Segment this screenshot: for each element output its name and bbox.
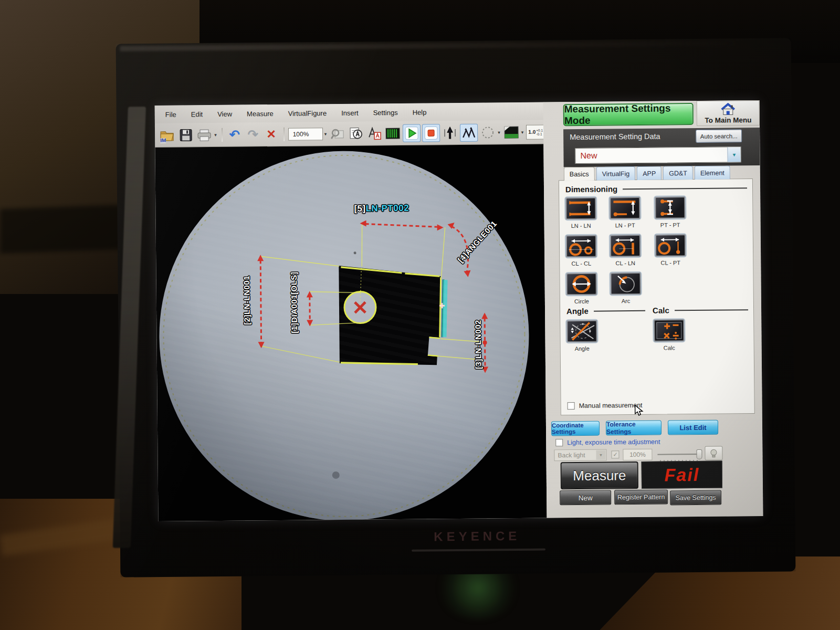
new-button[interactable]: New bbox=[560, 490, 611, 505]
tool-arc[interactable] bbox=[609, 271, 642, 296]
tool-circle[interactable] bbox=[565, 272, 597, 297]
tool-cl-cl[interactable] bbox=[565, 234, 597, 259]
tool-label: LN - LN bbox=[560, 223, 602, 229]
annotation-settings-icon[interactable] bbox=[348, 125, 364, 142]
tool-label: CL - CL bbox=[560, 260, 602, 267]
bulb-icon bbox=[709, 448, 718, 458]
tool-pt-pt[interactable] bbox=[654, 195, 686, 220]
zoom-level-combobox[interactable]: 100% bbox=[288, 128, 323, 141]
font-settings-icon[interactable] bbox=[366, 125, 383, 142]
tab-app[interactable]: APP bbox=[637, 166, 662, 180]
cl-cl-icon bbox=[566, 236, 596, 257]
menu-measure[interactable]: Measure bbox=[239, 107, 281, 120]
bezel-left-edge bbox=[113, 107, 146, 548]
cl-ln-icon bbox=[611, 235, 640, 256]
menu-insert[interactable]: Insert bbox=[334, 107, 366, 119]
light-intensity-slider[interactable] bbox=[657, 454, 701, 455]
menu-settings[interactable]: Settings bbox=[366, 106, 405, 119]
measurement-data-strip: Measurement Setting Data Auto search... … bbox=[563, 128, 760, 167]
bezel-top-edge bbox=[120, 40, 740, 51]
to-main-menu-button[interactable]: To Main Menu bbox=[697, 100, 760, 126]
circle-icon bbox=[566, 274, 596, 295]
light-source-dropdown[interactable]: Back light ▾ bbox=[554, 449, 606, 461]
open-folder-icon[interactable]: IM bbox=[159, 127, 176, 143]
basics-groupbox: Dimensioning bbox=[559, 178, 755, 415]
manual-measurement-row: Manual measurement bbox=[568, 402, 643, 410]
angle-header: Angle bbox=[566, 306, 645, 316]
tool-label: Arc bbox=[605, 298, 647, 304]
tab-virtualfig[interactable]: VirtualFig bbox=[596, 166, 635, 181]
menu-view[interactable]: View bbox=[210, 108, 239, 120]
manual-measurement-checkbox[interactable] bbox=[568, 402, 575, 410]
menu-help[interactable]: Help bbox=[405, 106, 434, 118]
tool-label: CL - PT bbox=[649, 259, 691, 266]
light-adjustment-label: Light, exposure time adjustment bbox=[567, 438, 660, 447]
tool-cl-ln[interactable] bbox=[609, 234, 642, 258]
tool-cl-pt[interactable] bbox=[654, 233, 687, 258]
lamp-button[interactable] bbox=[705, 446, 722, 460]
print-caret-icon[interactable]: ▾ bbox=[214, 132, 217, 137]
brightness-level-icon[interactable] bbox=[503, 123, 520, 140]
run-measure-icon[interactable] bbox=[403, 124, 421, 142]
monitor: KEYENCE File Edit View Measure VirtualFi… bbox=[116, 38, 796, 577]
redo-icon[interactable]: ↷ bbox=[244, 126, 261, 143]
tab-basics[interactable]: Basics bbox=[564, 167, 595, 181]
region-caret-icon[interactable]: ▾ bbox=[498, 130, 500, 135]
tool-angle-label: Angle bbox=[561, 345, 603, 352]
register-pattern-button[interactable]: Register Pattern bbox=[614, 489, 668, 505]
save-settings-button[interactable]: Save Settings bbox=[670, 490, 721, 506]
tab-element[interactable]: Element bbox=[695, 165, 730, 180]
settings-panel: Measurement Settings Mode To Main Menu M… bbox=[543, 100, 763, 518]
toolbar-separator bbox=[284, 127, 285, 141]
pt-pt-icon bbox=[655, 197, 685, 218]
result-display: Fail bbox=[642, 461, 722, 489]
list-edit-button[interactable]: List Edit bbox=[668, 420, 718, 435]
arc-icon bbox=[611, 273, 640, 294]
setting-data-combobox[interactable]: New ▾ bbox=[575, 146, 741, 164]
light-adjustment-checkbox[interactable] bbox=[555, 439, 563, 446]
data-strip-label: Measurement Setting Data bbox=[570, 132, 660, 142]
auto-search-button[interactable]: Auto search... bbox=[696, 129, 742, 143]
annotation-label-1: [1]DIA001[OLS] bbox=[289, 263, 299, 342]
tool-ln-pt[interactable] bbox=[608, 196, 641, 220]
stop-icon[interactable] bbox=[422, 124, 440, 142]
tab-bar: Basics VirtualFig APP GD&T Element bbox=[564, 165, 730, 181]
brightness-caret-icon[interactable]: ▾ bbox=[521, 129, 524, 134]
menu-edit[interactable]: Edit bbox=[184, 108, 211, 120]
histogram-icon[interactable] bbox=[384, 124, 401, 141]
tool-ln-ln[interactable] bbox=[564, 196, 597, 221]
annotation-label-5: [5]LN-PT002 bbox=[354, 203, 409, 214]
light-source-caret-icon[interactable]: ▾ bbox=[596, 450, 605, 460]
ln-ln-icon bbox=[566, 198, 595, 219]
zoom-image-icon[interactable] bbox=[329, 125, 346, 142]
calc-header: Calc bbox=[653, 305, 748, 315]
tolerance-display-icon[interactable]: 1.0 +0.1-0.1 bbox=[526, 124, 545, 139]
setting-data-value: New bbox=[580, 151, 597, 161]
annotation-label-2: [2]LN-LN001 bbox=[242, 261, 251, 340]
light-intensity-value: 100% bbox=[623, 449, 652, 460]
slider-thumb[interactable] bbox=[696, 449, 702, 459]
save-icon[interactable] bbox=[177, 127, 194, 143]
tab-gdt[interactable]: GD&T bbox=[663, 166, 693, 180]
delete-icon[interactable]: ✕ bbox=[262, 125, 279, 142]
menu-virtualfigure[interactable]: VirtualFigure bbox=[281, 107, 334, 120]
camera-viewport[interactable]: [5]LN-PT002 [4]ANGLE001 [2]LN-LN001 [1]D… bbox=[155, 144, 547, 521]
combobox-caret-icon[interactable]: ▾ bbox=[727, 147, 740, 162]
region-select-icon[interactable] bbox=[479, 124, 496, 141]
print-icon[interactable] bbox=[196, 127, 213, 143]
coordinate-settings-button[interactable]: Coordinate Settings bbox=[551, 421, 600, 436]
edge-pattern-icon[interactable] bbox=[460, 123, 478, 141]
zoom-caret-icon[interactable]: ▾ bbox=[324, 131, 327, 136]
measure-button[interactable]: Measure bbox=[561, 461, 638, 489]
tool-angle[interactable] bbox=[565, 319, 598, 344]
menu-file[interactable]: File bbox=[158, 108, 184, 120]
bezel-slit bbox=[412, 549, 545, 552]
monitor-brand-logo: KEYENCE bbox=[404, 528, 551, 544]
edge-pointer-icon[interactable] bbox=[442, 124, 458, 141]
tolerance-settings-button[interactable]: Tolerance Settings bbox=[606, 421, 662, 436]
undo-icon[interactable]: ↶ bbox=[226, 126, 243, 143]
tool-calc[interactable] bbox=[653, 318, 685, 343]
tool-label: CL - LN bbox=[604, 260, 646, 267]
light-enable-checkbox[interactable]: ✓ bbox=[611, 450, 619, 458]
home-icon bbox=[719, 102, 738, 116]
